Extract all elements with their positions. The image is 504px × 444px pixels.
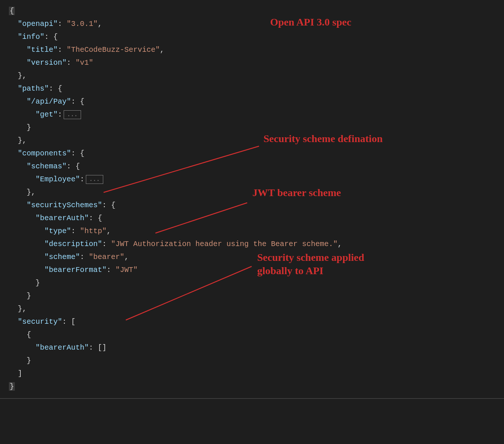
code-text: "components": {	[3, 147, 84, 160]
code-line: "description": "JWT Authorization header…	[0, 238, 504, 250]
code-line: },	[0, 134, 504, 147]
code-line: "scheme": "bearer",	[0, 250, 504, 263]
code-line: "security": [	[0, 315, 504, 328]
code-text: }	[3, 380, 15, 393]
code-line: ]	[0, 367, 504, 380]
code-line: "paths": {	[0, 82, 504, 95]
code-line: "version": "v1"	[0, 56, 504, 69]
horizontal-scrollbar[interactable]	[0, 398, 504, 399]
code-text: {	[3, 4, 15, 17]
code-line: "bearerAuth": {	[0, 212, 504, 225]
code-text: "get":...	[3, 108, 81, 121]
code-line: "/api/Pay": {	[0, 95, 504, 108]
code-line: "info": {	[0, 30, 504, 43]
code-line: },	[0, 302, 504, 315]
code-text: ]	[3, 367, 22, 380]
code-line: {	[0, 328, 504, 341]
code-line: }	[0, 121, 504, 134]
code-text: "bearerAuth": {	[3, 212, 102, 225]
code-text: "info": {	[3, 30, 58, 43]
annotation-security-scheme-def: Security scheme defination	[263, 132, 383, 145]
code-line: "schemas": {	[0, 160, 504, 173]
code-text: "type": "http",	[3, 225, 111, 238]
code-text: },	[3, 69, 27, 82]
code-text: },	[3, 302, 27, 315]
code-text: "openapi": "3.0.1",	[3, 17, 102, 30]
code-line: "type": "http",	[0, 225, 504, 238]
code-line: "bearerAuth": []	[0, 341, 504, 354]
code-text: "version": "v1"	[3, 56, 93, 69]
code-text: "paths": {	[3, 82, 62, 95]
code-line: "get":...	[0, 108, 504, 121]
annotation-jwt-bearer: JWT bearer scheme	[252, 186, 341, 199]
code-text: "schemas": {	[3, 160, 80, 173]
code-text: "description": "JWT Authorization header…	[3, 238, 342, 250]
collapsed-region[interactable]: ...	[64, 110, 81, 119]
code-line: {	[0, 4, 504, 17]
code-line: }	[0, 289, 504, 302]
code-text: "scheme": "bearer",	[3, 250, 129, 263]
code-text: "security": [	[3, 315, 75, 328]
code-text: "bearerAuth": []	[3, 341, 107, 354]
code-text: "Employee":...	[3, 173, 103, 186]
code-line: },	[0, 186, 504, 199]
code-text: }	[3, 121, 31, 134]
code-text: "/api/Pay": {	[3, 95, 84, 108]
code-editor-panel: { "openapi": "3.0.1", "info": { "title":…	[0, 0, 504, 393]
code-text: },	[3, 134, 27, 147]
code-line: },	[0, 69, 504, 82]
code-line: "Employee":...	[0, 173, 504, 186]
code-text: },	[3, 186, 36, 199]
code-text: {	[3, 328, 31, 341]
code-line: "openapi": "3.0.1",	[0, 17, 504, 30]
code-text: "securitySchemes": {	[3, 199, 115, 212]
code-line: "securitySchemes": {	[0, 199, 504, 212]
annotation-open-api: Open API 3.0 spec	[270, 16, 351, 29]
code-line: }	[0, 380, 504, 393]
code-text: }	[3, 276, 40, 289]
annotation-security-global: Security scheme applied globally to API	[257, 251, 383, 278]
code-line: "bearerFormat": "JWT"	[0, 263, 504, 276]
code-text: }	[3, 289, 31, 302]
collapsed-region[interactable]: ...	[86, 175, 103, 184]
code-text: "title": "TheCodeBuzz-Service",	[3, 43, 164, 56]
code-line: "title": "TheCodeBuzz-Service",	[0, 43, 504, 56]
code-text: }	[3, 354, 31, 367]
code-line: "components": {	[0, 147, 504, 160]
code-text: "bearerFormat": "JWT"	[3, 263, 138, 276]
code-line: }	[0, 276, 504, 289]
code-line: }	[0, 354, 504, 367]
